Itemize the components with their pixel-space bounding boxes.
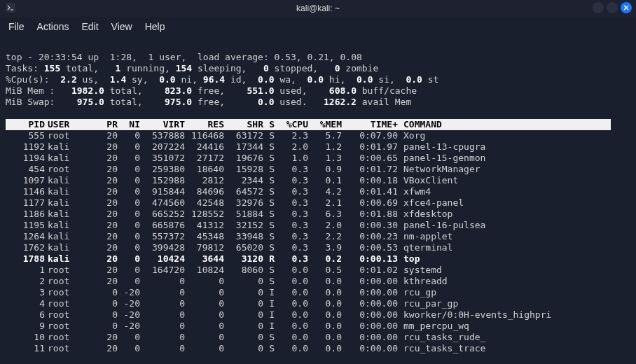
cell-cmd: rcu_par_gp [398, 298, 458, 309]
cell-user: root [45, 130, 95, 141]
cell-mem: 0.2 [308, 253, 342, 265]
cell-pr: 20 [95, 343, 118, 354]
cell-res: 84696 [185, 186, 224, 197]
cell-virt: 207224 [140, 141, 185, 153]
cell-virt: 10424 [140, 253, 185, 265]
cell-shr: 0 [224, 276, 263, 287]
maximize-button[interactable] [607, 2, 618, 13]
cell-ni: 0 [118, 175, 140, 186]
cell-cpu: 0.3 [275, 197, 308, 209]
process-row: 9root0-20000I0.00.00:00.00mm_percpu_wq [6, 321, 630, 332]
cell-res: 0 [185, 332, 224, 343]
cell-pr: 20 [95, 186, 118, 197]
close-button[interactable] [621, 2, 632, 13]
menu-help[interactable]: Help [145, 21, 165, 32]
cell-pr: 20 [95, 253, 118, 265]
cell-mem: 0.0 [308, 332, 342, 343]
cell-s: S [263, 343, 275, 354]
cell-cpu: 0.3 [275, 186, 308, 197]
cell-shr: 65020 [224, 242, 263, 253]
menu-edit[interactable]: Edit [81, 21, 98, 32]
cell-user: root [45, 265, 95, 276]
cell-pr: 0 [95, 298, 118, 309]
cell-res: 116468 [185, 130, 224, 141]
process-row: 1762kali2003994287981265020S0.33.90:00.5… [6, 242, 630, 253]
cell-pr: 20 [95, 153, 118, 164]
cell-user: root [45, 298, 95, 309]
menu-view[interactable]: View [111, 21, 132, 32]
cell-pid: 9 [6, 321, 45, 332]
cell-cpu: 0.0 [275, 343, 308, 354]
cell-cmd: xfdesktop [398, 209, 452, 220]
cell-time: 0:00.00 [342, 276, 398, 287]
cell-virt: 0 [140, 276, 185, 287]
cell-res: 0 [185, 309, 224, 321]
cell-ni: 0 [118, 164, 140, 175]
cell-shr: 32976 [224, 197, 263, 209]
cell-cmd: kthreadd [398, 276, 448, 287]
cell-virt: 0 [140, 287, 185, 298]
cell-ni: 0 [118, 231, 140, 242]
cell-shr: 0 [224, 298, 263, 309]
cell-s: S [263, 141, 275, 153]
process-row: 1192kali2002072242441617344S2.01.20:01.9… [6, 141, 630, 153]
cell-cpu: 0.3 [275, 175, 308, 186]
menu-file[interactable]: File [8, 21, 25, 32]
cell-shr: 0 [224, 309, 263, 321]
cell-mem: 1.3 [308, 153, 342, 164]
cell-pr: 20 [95, 164, 118, 175]
cell-time: 0:00.00 [342, 332, 398, 343]
cell-mem: 3.9 [308, 242, 342, 253]
cell-user: root [45, 343, 95, 354]
cell-shr: 0 [224, 287, 263, 298]
cell-cpu: 1.0 [275, 153, 308, 164]
cell-ni: 0 [118, 265, 140, 276]
cell-cpu: 0.0 [275, 276, 308, 287]
cell-pr: 20 [95, 332, 118, 343]
cell-cmd: panel-13-cpugra [398, 141, 485, 153]
cell-pid: 1186 [6, 209, 45, 220]
cell-user: kali [45, 153, 95, 164]
hdr-ni: NI [118, 119, 140, 130]
cell-time: 0:00.13 [342, 253, 398, 265]
cell-user: kali [45, 197, 95, 209]
hdr-pr: PR [95, 119, 118, 130]
cell-pid: 1264 [6, 231, 45, 242]
cell-pid: 1788 [6, 253, 45, 265]
cell-res: 2812 [185, 175, 224, 186]
cell-virt: 557372 [140, 231, 185, 242]
cell-shr: 0 [224, 332, 263, 343]
cell-s: S [263, 242, 275, 253]
cell-user: kali [45, 242, 95, 253]
cell-pid: 1097 [6, 175, 45, 186]
menu-actions[interactable]: Actions [37, 21, 69, 32]
window-buttons [593, 2, 632, 13]
cell-virt: 0 [140, 343, 185, 354]
cell-ni: -20 [118, 309, 140, 321]
cell-s: S [263, 220, 275, 231]
cell-ni: 0 [118, 253, 140, 265]
cell-s: I [263, 298, 275, 309]
cell-cpu: 0.3 [275, 164, 308, 175]
cell-res: 79812 [185, 242, 224, 253]
cell-s: S [263, 276, 275, 287]
process-row: 1194kali2003510722717219676S1.01.30:00.6… [6, 153, 630, 164]
cell-pid: 1177 [6, 197, 45, 209]
cell-ni: 0 [118, 153, 140, 164]
cell-pr: 0 [95, 321, 118, 332]
cell-user: kali [45, 253, 95, 265]
hdr-s: S [263, 119, 275, 130]
cell-mem: 0.0 [308, 321, 342, 332]
cell-res: 45348 [185, 231, 224, 242]
cell-pr: 20 [95, 220, 118, 231]
cell-time: 0:00.69 [342, 197, 398, 209]
cell-mem: 0.1 [308, 175, 342, 186]
cell-cmd: panel-16-pulsea [398, 220, 485, 231]
cell-res: 42548 [185, 197, 224, 209]
process-row: 454root2002593801864015928S0.30.90:01.72… [6, 164, 630, 175]
minimize-button[interactable] [593, 2, 604, 13]
cell-ni: -20 [118, 321, 140, 332]
terminal-output[interactable]: top - 20:33:54 up 1:28, 1 user, load ave… [0, 36, 636, 364]
cell-user: kali [45, 186, 95, 197]
cell-ni: -20 [118, 298, 140, 309]
